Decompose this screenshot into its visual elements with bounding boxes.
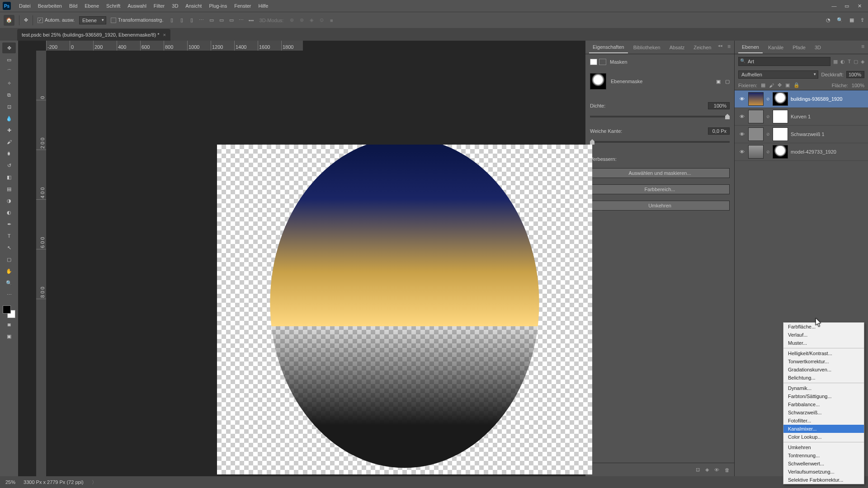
transform-controls-checkbox[interactable]: Transformationsstrg. (111, 17, 163, 23)
layer-name[interactable]: buildings-936589_1920 (791, 96, 842, 102)
apply-mask-icon[interactable]: ◈ (705, 467, 709, 473)
layer-thumbnail[interactable] (748, 145, 764, 159)
status-more-icon[interactable]: 〉 (92, 479, 97, 486)
frame-tool[interactable]: ⊡ (2, 101, 16, 112)
feather-value[interactable]: 0,0 Px (708, 127, 730, 135)
blend-mode-dropdown[interactable]: Aufhellen (738, 70, 818, 79)
close-tab-icon[interactable]: × (163, 32, 166, 38)
adjustment-layer-context-menu[interactable]: Farbfläche...Verlauf...Muster...Helligke… (783, 322, 864, 484)
mask-thumbnail[interactable] (773, 110, 788, 123)
layer-row[interactable]: 👁 ⊘ Kurven 1 (735, 108, 868, 126)
density-slider[interactable] (590, 116, 730, 117)
context-item[interactable]: Belichtung... (783, 374, 864, 382)
layer-thumbnail[interactable] (748, 92, 764, 106)
layer-row[interactable]: 👁 ⊘ buildings-936589_1920 (735, 90, 868, 108)
vector-mask-icon[interactable]: ▢ (725, 79, 730, 84)
context-item[interactable]: Tonwertkorrektur... (783, 357, 864, 366)
visibility-icon[interactable]: 👁 (738, 114, 745, 119)
pixel-mask-icon[interactable]: ▣ (716, 79, 721, 84)
filter-adjust-icon[interactable]: ◐ (840, 59, 845, 65)
select-and-mask-button[interactable]: Auswählen und maskieren... (590, 168, 730, 178)
layer-name[interactable]: model-429733_1920 (791, 149, 836, 155)
zoom-tool[interactable]: 🔍 (2, 277, 16, 288)
props-tab-2[interactable]: Absatz (666, 42, 689, 53)
context-item[interactable]: Umkehren (783, 443, 864, 451)
context-item[interactable]: Tontrennung... (783, 451, 864, 460)
stamp-tool[interactable]: ⧯ (2, 148, 16, 159)
layer-name[interactable]: Kurven 1 (791, 114, 811, 119)
menu-ebene[interactable]: Ebene (81, 1, 103, 10)
history-brush-tool[interactable]: ↺ (2, 160, 16, 171)
workspace-icon[interactable]: ▦ (849, 17, 854, 23)
mask-thumbnail[interactable] (773, 127, 788, 141)
share-icon[interactable]: ⇪ (860, 17, 864, 23)
filter-pixel-icon[interactable]: ▦ (833, 59, 838, 65)
opacity-value[interactable]: 100% (846, 71, 864, 78)
menu-bild[interactable]: Bild (66, 1, 81, 10)
zoom-level[interactable]: 25% (5, 479, 15, 485)
menu-hilfe[interactable]: Hilfe (255, 1, 272, 10)
hand-tool[interactable]: ✋ (2, 266, 16, 277)
menu-fenster[interactable]: Fenster (231, 1, 255, 10)
layers-tab-3[interactable]: 3D (811, 42, 825, 53)
visibility-icon[interactable]: 👁 (738, 131, 745, 137)
density-value[interactable]: 100% (708, 102, 730, 109)
load-selection-icon[interactable]: ⊡ (696, 467, 700, 473)
visibility-icon[interactable]: 👁 (738, 96, 745, 102)
menu-3d[interactable]: 3D (168, 1, 182, 10)
crop-tool[interactable]: ⧉ (2, 89, 16, 100)
context-item[interactable]: Kanalmixer... (783, 425, 864, 433)
lock-brush-icon[interactable]: 🖌 (769, 83, 774, 88)
lasso-tool[interactable]: ⌒ (2, 66, 16, 77)
layer-name[interactable]: Schwarzweiß 1 (791, 131, 825, 137)
context-item[interactable]: Farbton/Sättigung... (783, 392, 864, 400)
context-item[interactable]: Helligkeit/Kontrast... (783, 349, 864, 357)
mask-type-icons[interactable] (590, 59, 606, 65)
context-item[interactable]: Verlauf... (783, 331, 864, 339)
path-tool[interactable]: ↖ (2, 242, 16, 253)
visibility-icon[interactable]: 👁 (738, 149, 745, 155)
menu-schrift[interactable]: Schrift (103, 1, 124, 10)
cloud-icon[interactable]: ◔ (826, 17, 830, 23)
mask-thumbnail[interactable] (773, 145, 788, 159)
lock-position-icon[interactable]: ✥ (778, 82, 782, 88)
context-item[interactable]: Selektive Farbkorrektur... (783, 476, 864, 484)
filter-text-icon[interactable]: T (848, 59, 851, 65)
context-item[interactable]: Verlaufsumsetzung... (783, 468, 864, 476)
dodge-tool[interactable]: ◐ (2, 207, 16, 218)
auto-select-checkbox[interactable]: Autom. ausw. (38, 17, 75, 23)
filter-shape-icon[interactable]: ▢ (854, 59, 858, 65)
brush-tool[interactable]: 🖌 (2, 136, 16, 147)
menu-plug-ins[interactable]: Plug-ins (205, 1, 231, 10)
color-range-button[interactable]: Farbbereich... (590, 184, 730, 194)
context-item[interactable]: Farbbalance... (783, 400, 864, 408)
lock-transparency-icon[interactable]: ▦ (761, 82, 765, 88)
layer-type-dropdown[interactable]: Ebene (79, 16, 106, 24)
layer-row[interactable]: 👁 ⊘ Schwarzweiß 1 (735, 126, 868, 143)
menu-datei[interactable]: Datei (15, 1, 34, 10)
home-icon[interactable]: 🏠 (4, 15, 14, 26)
close-button[interactable]: ✕ (854, 1, 865, 10)
layers-tab-0[interactable]: Ebenen (738, 42, 763, 53)
context-item[interactable]: Fotofilter... (783, 417, 864, 425)
fill-value[interactable]: 100% (852, 83, 864, 88)
minimize-button[interactable]: — (828, 1, 840, 10)
gradient-tool[interactable]: ▤ (2, 183, 16, 194)
link-icon[interactable]: ⊘ (766, 132, 770, 136)
layer-thumbnail[interactable] (748, 127, 764, 141)
lock-all-icon[interactable]: 🔒 (793, 82, 800, 88)
layers-tab-1[interactable]: Kanäle (764, 42, 787, 53)
layer-row[interactable]: 👁 ⊘ model-429733_1920 (735, 143, 868, 161)
eyedropper-tool[interactable]: 💧 (2, 113, 16, 124)
menu-ansicht[interactable]: Ansicht (182, 1, 205, 10)
link-icon[interactable]: ⊘ (766, 150, 770, 154)
document-tab[interactable]: test.psdc bei 25% (buildings-936589_1920… (17, 29, 170, 41)
align-icons[interactable]: ▯▯▯ ⋯ ▭▭▭ ⋯ ••• (168, 17, 255, 24)
context-item[interactable]: Color Lookup... (783, 433, 864, 441)
props-tab-1[interactable]: Bibliotheken (630, 42, 664, 53)
context-item[interactable]: Muster... (783, 339, 864, 347)
marquee-tool[interactable]: ▭ (2, 54, 16, 65)
canvas-area[interactable]: -200020040060080010001200140016001800200… (18, 41, 585, 476)
move-tool[interactable]: ✥ (2, 42, 16, 53)
link-icon[interactable]: ⊘ (766, 97, 770, 101)
